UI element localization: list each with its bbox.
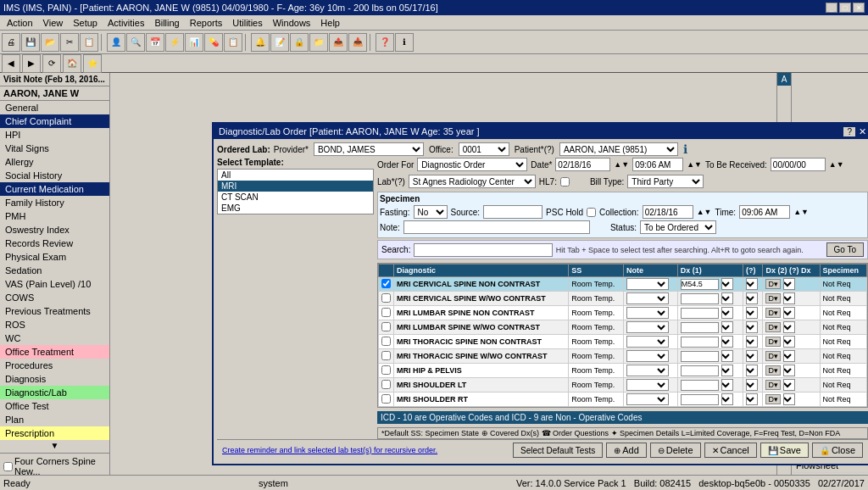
toolbar2-btn-1[interactable]: ◀ (2, 54, 20, 73)
info-icon[interactable]: ℹ (683, 142, 687, 156)
row-dx2-select[interactable] (746, 278, 758, 290)
nav-cows[interactable]: COWS (0, 291, 109, 304)
row-dx2[interactable] (743, 277, 762, 292)
row-checkbox-cell[interactable] (379, 393, 394, 407)
nav-vital-signs[interactable]: Vital Signs (0, 142, 109, 155)
row-dx1[interactable] (677, 349, 743, 364)
delete-button[interactable]: ⊖ Delete (650, 443, 701, 458)
recursive-link[interactable]: Create reminder and link selected lab te… (222, 446, 437, 454)
template-all[interactable]: All (218, 170, 373, 181)
row-dx1[interactable] (677, 277, 743, 292)
toolbar-btn-3[interactable]: 📂 (41, 33, 59, 52)
row-dx2[interactable] (743, 393, 762, 407)
table-row[interactable]: MRI CERVICAL SPINE NON CONTRAST Room Tem… (379, 277, 867, 292)
nav-wc[interactable]: WC (0, 331, 109, 345)
row-dx-select[interactable] (783, 336, 795, 348)
dx-badge[interactable]: D▾ (765, 380, 781, 390)
time-input[interactable] (632, 158, 683, 171)
lab-select[interactable]: St Agnes Radiology Center (409, 175, 536, 188)
row-checkbox[interactable] (381, 380, 391, 389)
nav-previous-treatments[interactable]: Previous Treatments (0, 304, 109, 318)
row-dx2-select[interactable] (746, 350, 758, 362)
hl7-checkbox[interactable] (560, 177, 570, 187)
row-checkbox[interactable] (381, 322, 391, 331)
nav-allergy[interactable]: Allergy (0, 155, 109, 169)
bill-type-select[interactable]: Third Party (627, 175, 704, 188)
nav-diagnostic-lab[interactable]: Diagnostic/Lab (0, 386, 109, 399)
row-note[interactable] (624, 378, 678, 393)
toolbar-btn-19[interactable]: ❓ (376, 33, 394, 52)
to-be-received-input[interactable] (771, 158, 826, 171)
row-dx2-select[interactable] (746, 365, 758, 376)
nav-family-history[interactable]: Family History (0, 196, 109, 209)
row-note[interactable] (624, 393, 678, 407)
nav-pmh[interactable]: PMH (0, 209, 109, 223)
toolbar-btn-2[interactable]: 💾 (21, 33, 40, 52)
row-dx-select[interactable] (783, 292, 795, 304)
nav-physical-exam[interactable]: Physical Exam (0, 250, 109, 264)
row-checkbox-cell[interactable] (379, 335, 394, 349)
row-dx[interactable]: D▾ (763, 378, 820, 393)
row-checkbox[interactable] (381, 308, 391, 317)
row-checkbox[interactable] (381, 337, 391, 346)
nav-current-medication[interactable]: Current Medication (0, 182, 109, 196)
collection-time-spinner[interactable]: ▲▼ (793, 208, 809, 216)
toolbar-btn-7[interactable]: 🔍 (126, 33, 145, 52)
row-dx1-select[interactable] (721, 292, 733, 304)
close-button[interactable]: ✕ (853, 3, 865, 13)
nav-diagnosis[interactable]: Diagnosis (0, 372, 109, 386)
order-for-select[interactable]: Diagnostic Order (417, 158, 527, 171)
nav-chief-complaint[interactable]: Chief Complaint (0, 114, 109, 128)
row-dx2[interactable] (743, 364, 762, 378)
row-dx[interactable]: D▾ (763, 335, 820, 349)
source-input[interactable] (483, 205, 542, 219)
search-input[interactable] (414, 243, 552, 257)
row-dx1[interactable] (677, 306, 743, 320)
toolbar-btn-10[interactable]: 📊 (185, 33, 203, 52)
nav-prescription[interactable]: Prescription (0, 426, 109, 440)
template-emg[interactable]: EMG (218, 203, 373, 214)
table-row[interactable]: MRI LUMBAR SPINE NON CONTRAST Room Temp.… (379, 306, 867, 320)
row-dx1-input[interactable] (681, 380, 719, 391)
nav-plan[interactable]: Plan (0, 413, 109, 426)
row-dx[interactable]: D▾ (763, 292, 820, 306)
row-dx2[interactable] (743, 320, 762, 335)
row-dx[interactable]: D▾ (763, 277, 820, 292)
row-dx-select[interactable] (783, 307, 795, 319)
save-button[interactable]: 💾 Save (760, 443, 809, 458)
row-checkbox-cell[interactable] (379, 349, 394, 364)
provider-select[interactable]: BOND, JAMES (314, 142, 424, 156)
toolbar-btn-4[interactable]: ✂ (60, 33, 79, 52)
collection-spinner[interactable]: ▲▼ (697, 208, 712, 216)
nav-sedation[interactable]: Sedation (0, 264, 109, 277)
dx-badge[interactable]: D▾ (765, 337, 781, 347)
toolbar-btn-1[interactable]: 🖨 (2, 33, 20, 52)
toolbar-btn-8[interactable]: 📅 (146, 33, 164, 52)
row-dx[interactable]: D▾ (763, 320, 820, 335)
table-row[interactable]: MRI HIP & PELVIS Room Temp. D▾ Not Req (379, 364, 867, 378)
restore-button[interactable]: □ (839, 3, 851, 13)
row-dx1-input[interactable] (681, 365, 719, 376)
toolbar-btn-13[interactable]: 🔔 (251, 33, 270, 52)
row-dx[interactable]: D▾ (763, 364, 820, 378)
toolbar-btn-6[interactable]: 👤 (107, 33, 125, 52)
dx-badge[interactable]: D▾ (765, 351, 781, 361)
row-dx1[interactable] (677, 393, 743, 407)
row-dx1-select[interactable] (721, 278, 733, 290)
row-checkbox-cell[interactable] (379, 292, 394, 306)
row-dx1-input[interactable] (681, 308, 719, 319)
row-note[interactable] (624, 349, 678, 364)
checkbox-four-corners-input[interactable] (3, 462, 13, 471)
toolbar-btn-5[interactable]: 📋 (80, 33, 98, 52)
toolbar-btn-11[interactable]: 💊 (204, 33, 223, 52)
toolbar-btn-17[interactable]: 📤 (329, 33, 348, 52)
row-dx1-select[interactable] (721, 336, 733, 348)
row-checkbox-cell[interactable] (379, 320, 394, 335)
row-checkbox-cell[interactable] (379, 378, 394, 393)
row-dx1[interactable] (677, 320, 743, 335)
to-be-received-spinner[interactable]: ▲▼ (829, 160, 844, 169)
close-button-dialog[interactable]: 🔒 Close (812, 443, 863, 458)
row-dx1-select[interactable] (721, 321, 733, 333)
row-dx1-input[interactable] (681, 279, 719, 290)
psc-hold-checkbox[interactable] (587, 208, 596, 217)
